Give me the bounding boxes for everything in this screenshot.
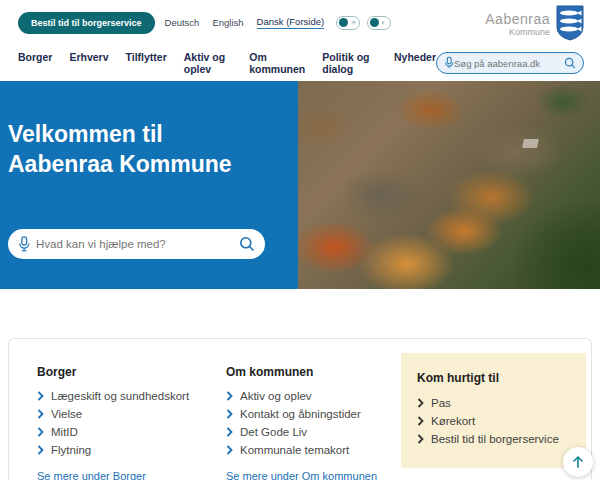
column-borger: Borger Lægeskift og sundhedskort Vielse … (37, 365, 222, 480)
list-item-label: Pas (431, 397, 451, 409)
farmhouse-detail (522, 139, 539, 148)
toggle-knob (370, 18, 379, 27)
chevron-right-icon (417, 434, 424, 444)
list-item[interactable]: Bestil tid til borgerservice (417, 433, 586, 445)
microphone-icon[interactable] (444, 56, 454, 70)
list-item[interactable]: Det Gode Liv (226, 426, 406, 438)
see-more-om-kommunen-link[interactable]: Se mere under Om kommunen (226, 470, 377, 480)
list-item-label: MitID (51, 426, 78, 438)
list-item-label: Vielse (51, 408, 82, 420)
list-item[interactable]: Aktiv og oplev (226, 390, 406, 402)
coat-of-arms-icon (556, 5, 584, 41)
chevron-right-icon (226, 391, 233, 401)
list-item-label: Flytning (51, 444, 91, 456)
municipality-logo[interactable]: Aabenraa Kommune (485, 5, 584, 41)
list-item[interactable]: Lægeskift og sundhedskort (37, 390, 222, 402)
page-title: Velkommen til Aabenraa Kommune (8, 119, 232, 180)
microphone-icon[interactable] (18, 236, 30, 252)
kom-hurtigt-til-box: Kom hurtigt til Pas Kørekort Bestil tid … (401, 353, 586, 468)
quicklinks-card: Borger Lægeskift og sundhedskort Vielse … (8, 338, 592, 480)
contrast-toggle[interactable]: ◐ (367, 16, 391, 30)
arrow-up-icon (571, 455, 585, 469)
hero-section: Velkommen til Aabenraa Kommune (0, 81, 600, 289)
page-title-line2: Aabenraa Kommune (8, 149, 232, 179)
column-title: Borger (37, 365, 222, 379)
list-item[interactable]: Kommunale temakort (226, 444, 406, 456)
logo-line1: Aabenraa (485, 11, 550, 27)
nav-item-aktiv-og-oplev[interactable]: Aktiv og oplev (184, 51, 232, 75)
list-item-label: Det Gode Liv (240, 426, 307, 438)
list-item[interactable]: Kørekort (417, 415, 586, 427)
column-om-kommunen: Om kommunen Aktiv og oplev Kontakt og åb… (226, 365, 406, 480)
chevron-right-icon (226, 445, 233, 455)
list-item-label: Aktiv og oplev (240, 390, 312, 402)
chevron-right-icon (37, 427, 44, 437)
chevron-right-icon (37, 409, 44, 419)
toggle-knob (339, 18, 348, 27)
list-item-label: Kommunale temakort (240, 444, 349, 456)
list-item[interactable]: Flytning (37, 444, 222, 456)
list-item-label: Lægeskift og sundhedskort (51, 390, 189, 402)
book-appointment-button[interactable]: Bestil tid til borgerservice (18, 12, 155, 34)
column-title: Om kommunen (226, 365, 406, 379)
search-icon[interactable] (239, 236, 255, 252)
main-nav: Borger Erhverv Tilflytter Aktiv og oplev… (0, 45, 600, 81)
hero-search-input[interactable] (36, 238, 233, 250)
hero-search[interactable] (8, 229, 265, 259)
nav-item-erhverv[interactable]: Erhverv (69, 51, 108, 75)
accessibility-toggles: ☀ ◐ (336, 16, 391, 30)
chevron-right-icon (37, 391, 44, 401)
lang-deutsch[interactable]: Deutsch (165, 17, 200, 28)
lang-dansk[interactable]: Dansk (Forside) (257, 16, 325, 29)
list-item[interactable]: Vielse (37, 408, 222, 420)
highlight-title: Kom hurtigt til (417, 371, 586, 385)
nav-item-tilflytter[interactable]: Tilflytter (126, 51, 167, 75)
hero-forest-photo (298, 81, 600, 289)
list-item-label: Bestil tid til borgerservice (431, 433, 559, 445)
list-item[interactable]: Pas (417, 397, 586, 409)
sun-icon: ☀ (350, 19, 356, 26)
search-icon[interactable] (564, 57, 576, 69)
nav-links: Borger Erhverv Tilflytter Aktiv og oplev… (18, 51, 436, 75)
chevron-right-icon (226, 409, 233, 419)
hero-blue-panel: Velkommen til Aabenraa Kommune (0, 81, 298, 289)
logo-text: Aabenraa Kommune (485, 5, 550, 37)
chevron-right-icon (417, 398, 424, 408)
chevron-right-icon (417, 416, 424, 426)
theme-toggle[interactable]: ☀ (336, 16, 360, 30)
contrast-icon: ◐ (381, 19, 385, 26)
language-switcher: Deutsch English Dansk (Forside) (165, 16, 325, 29)
site-search-input[interactable] (454, 58, 564, 69)
see-more-borger-link[interactable]: Se mere under Borger (37, 470, 146, 480)
nav-item-borger[interactable]: Borger (18, 51, 52, 75)
nav-item-nyheder[interactable]: Nyheder (394, 51, 436, 75)
site-search[interactable] (436, 52, 584, 74)
nav-item-politik-og-dialog[interactable]: Politik og dialog (322, 51, 377, 75)
chevron-right-icon (226, 427, 233, 437)
lang-english[interactable]: English (212, 17, 243, 28)
chevron-right-icon (37, 445, 44, 455)
top-bar: Bestil tid til borgerservice Deutsch Eng… (0, 0, 600, 45)
page-title-line1: Velkommen til (8, 119, 232, 149)
list-item[interactable]: Kontakt og åbningstider (226, 408, 406, 420)
nav-item-om-kommunen[interactable]: Om kommunen (249, 51, 305, 75)
list-item-label: Kørekort (431, 415, 475, 427)
list-item-label: Kontakt og åbningstider (240, 408, 361, 420)
scroll-to-top-button[interactable] (563, 447, 593, 477)
list-item[interactable]: MitID (37, 426, 222, 438)
logo-line2: Kommune (485, 27, 550, 37)
